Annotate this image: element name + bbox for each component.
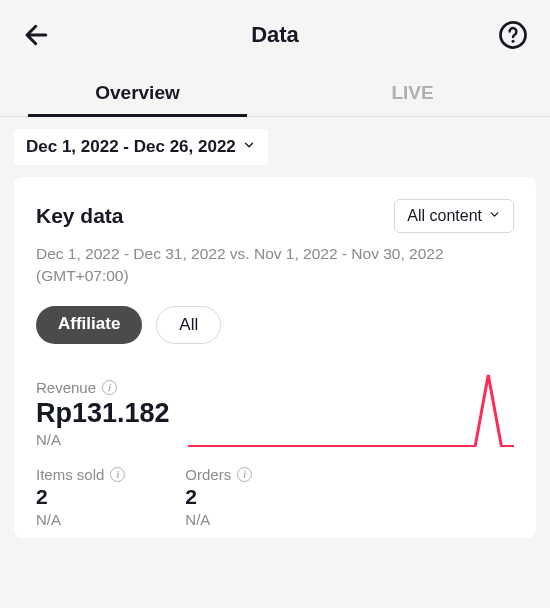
revenue-label: Revenue	[36, 379, 96, 396]
revenue-metric: Revenue i Rp131.182 N/A	[36, 379, 170, 448]
page-title: Data	[251, 22, 299, 48]
tab-overview[interactable]: Overview	[0, 68, 275, 116]
items-sold-label: Items sold	[36, 466, 104, 483]
chip-group: Affiliate All	[36, 306, 514, 344]
back-button[interactable]	[22, 20, 52, 50]
date-range-picker[interactable]: Dec 1, 2022 - Dec 26, 2022	[14, 129, 268, 165]
arrow-left-icon	[22, 20, 52, 50]
card-title: Key data	[36, 204, 124, 228]
chip-all[interactable]: All	[156, 306, 221, 344]
chip-affiliate[interactable]: Affiliate	[36, 306, 142, 344]
help-circle-icon	[498, 20, 528, 50]
key-data-card: Key data All content Dec 1, 2022 - Dec 3…	[14, 177, 536, 538]
revenue-sub: N/A	[36, 431, 170, 448]
items-sold-value: 2	[36, 485, 125, 509]
tabs: Overview LIVE	[0, 68, 550, 117]
items-sold-metric: Items sold i 2 N/A	[36, 466, 125, 528]
orders-sub: N/A	[185, 511, 252, 528]
orders-label: Orders	[185, 466, 231, 483]
chevron-down-icon	[488, 207, 501, 225]
svg-point-1	[512, 40, 515, 43]
orders-metric: Orders i 2 N/A	[185, 466, 252, 528]
info-icon[interactable]: i	[102, 380, 117, 395]
help-button[interactable]	[498, 20, 528, 50]
content-filter-label: All content	[407, 207, 482, 225]
info-icon[interactable]: i	[110, 467, 125, 482]
header: Data	[0, 0, 550, 68]
tab-live[interactable]: LIVE	[275, 68, 550, 116]
chevron-down-icon	[242, 137, 256, 157]
info-icon[interactable]: i	[237, 467, 252, 482]
revenue-sparkline	[188, 368, 514, 448]
content-filter-dropdown[interactable]: All content	[394, 199, 514, 233]
revenue-value: Rp131.182	[36, 398, 170, 429]
items-sold-sub: N/A	[36, 511, 125, 528]
compare-text: Dec 1, 2022 - Dec 31, 2022 vs. Nov 1, 20…	[36, 243, 514, 288]
orders-value: 2	[185, 485, 252, 509]
date-range-label: Dec 1, 2022 - Dec 26, 2022	[26, 137, 236, 157]
